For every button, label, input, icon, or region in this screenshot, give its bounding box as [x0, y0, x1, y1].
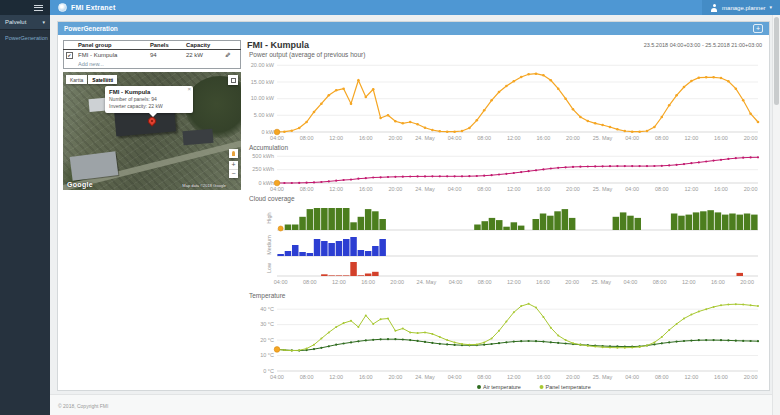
- svg-text:12:00: 12:00: [685, 186, 699, 192]
- svg-text:20:00: 20:00: [389, 186, 403, 192]
- svg-text:Panel temperature: Panel temperature: [546, 384, 591, 390]
- main-content: PowerGeneration + Panel group Panels Cap…: [50, 15, 780, 415]
- tooltip-capacity: Inverter capacity: 22 kW: [109, 103, 189, 110]
- pegman-control[interactable]: [229, 149, 238, 158]
- svg-text:250 kWh: 250 kWh: [252, 166, 274, 172]
- map-attribution: Map data ©2018 Google: [182, 183, 226, 188]
- user-menu[interactable]: manage.planner ▾: [702, 0, 780, 15]
- svg-text:12:00: 12:00: [332, 279, 346, 285]
- svg-text:12:00: 12:00: [685, 374, 699, 380]
- map-type-map-button[interactable]: Kartta: [66, 75, 87, 84]
- topbar: FMI Extranet manage.planner ▾: [0, 0, 780, 15]
- cloud-coverage-title: Cloud coverage: [249, 195, 764, 202]
- panel-expand-icon[interactable]: +: [753, 24, 763, 33]
- svg-text:20:00: 20:00: [565, 279, 579, 285]
- sidebar-item-palvelut[interactable]: Palvelut ▾: [0, 15, 50, 30]
- powergeneration-panel: PowerGeneration + Panel group Panels Cap…: [57, 21, 770, 391]
- row-checkbox[interactable]: ✔: [66, 52, 73, 59]
- add-new-link[interactable]: Add new...: [78, 61, 104, 67]
- svg-text:04:00: 04:00: [448, 186, 462, 192]
- svg-text:08:00: 08:00: [303, 279, 317, 285]
- svg-text:15.00 kW: 15.00 kW: [251, 79, 275, 85]
- navbar: FMI Extranet manage.planner ▾: [50, 0, 780, 15]
- svg-text:08:00: 08:00: [655, 135, 669, 141]
- svg-text:24. May: 24. May: [417, 279, 437, 285]
- svg-text:20:00: 20:00: [566, 186, 580, 192]
- svg-text:20:00: 20:00: [390, 279, 404, 285]
- svg-text:16:00: 16:00: [711, 279, 725, 285]
- svg-text:08:00: 08:00: [655, 186, 669, 192]
- svg-text:16:00: 16:00: [714, 186, 728, 192]
- menu-toggle-icon[interactable]: [34, 3, 43, 12]
- svg-text:12:00: 12:00: [507, 135, 521, 141]
- svg-text:12:00: 12:00: [682, 279, 696, 285]
- svg-text:16:00: 16:00: [359, 135, 373, 141]
- svg-text:04:00: 04:00: [625, 135, 639, 141]
- table-row[interactable]: ✔ FMI - Kumpula 94 22 kW ✎: [64, 50, 241, 61]
- sidebar-item-powergeneration[interactable]: PowerGeneration: [0, 30, 50, 46]
- panel-header: PowerGeneration +: [58, 22, 769, 35]
- svg-text:04:00: 04:00: [270, 374, 284, 380]
- svg-text:12:00: 12:00: [329, 186, 343, 192]
- date-range: 23.5.2018 04:00+03:00 - 25.5.2018 21:00+…: [644, 42, 762, 48]
- svg-text:12:00: 12:00: [329, 135, 343, 141]
- svg-text:08:00: 08:00: [653, 279, 667, 285]
- svg-text:20 °C: 20 °C: [260, 337, 274, 343]
- svg-text:08:00: 08:00: [477, 186, 491, 192]
- svg-text:Medium: Medium: [266, 235, 272, 255]
- tooltip-arrow: [149, 113, 157, 117]
- svg-text:08:00: 08:00: [477, 135, 491, 141]
- svg-text:16:00: 16:00: [361, 279, 375, 285]
- svg-text:30 °C: 30 °C: [260, 321, 274, 327]
- scrollbar-thumb[interactable]: [774, 17, 779, 105]
- svg-text:08:00: 08:00: [300, 374, 314, 380]
- svg-text:16:00: 16:00: [537, 186, 551, 192]
- svg-text:20.00 kW: 20.00 kW: [251, 62, 275, 68]
- svg-text:08:00: 08:00: [300, 135, 314, 141]
- svg-text:40 °C: 40 °C: [260, 306, 274, 312]
- svg-text:20:00: 20:00: [744, 374, 758, 380]
- tooltip-panels: Number of panels: 94: [109, 96, 189, 103]
- svg-text:Low: Low: [266, 263, 272, 273]
- svg-text:10 °C: 10 °C: [260, 352, 274, 358]
- svg-text:Air temperature: Air temperature: [483, 384, 521, 390]
- cell-capacity: 22 kW: [184, 50, 222, 61]
- svg-text:20:00: 20:00: [389, 374, 403, 380]
- svg-text:High: High: [266, 212, 272, 223]
- panel-title: PowerGeneration: [64, 25, 118, 32]
- col-panel-group: Panel group: [76, 41, 148, 50]
- map-marker[interactable]: [147, 116, 157, 129]
- svg-text:08:00: 08:00: [655, 374, 669, 380]
- scrollbar[interactable]: [772, 15, 780, 415]
- svg-text:04:00: 04:00: [625, 186, 639, 192]
- map[interactable]: Kartta Satelliitti + − × FMI - Kumpula: [63, 72, 241, 190]
- fullscreen-icon[interactable]: [228, 75, 238, 85]
- sidebar-header: [0, 0, 50, 15]
- svg-text:20:00: 20:00: [389, 135, 403, 141]
- panel-group-table: Panel group Panels Capacity ✔ FMI - Kump…: [63, 40, 241, 69]
- add-new-row: Add new...: [64, 60, 241, 69]
- zoom-in-button[interactable]: +: [229, 161, 238, 170]
- svg-text:20:00: 20:00: [744, 135, 758, 141]
- map-building: [182, 129, 213, 146]
- svg-text:12:00: 12:00: [507, 279, 521, 285]
- cloud-coverage-chart: HighMediumLow04:0008:0012:0016:0020:0024…: [247, 202, 764, 290]
- map-tooltip: × FMI - Kumpula Number of panels: 94 Inv…: [105, 86, 193, 113]
- col-capacity: Capacity: [184, 41, 222, 50]
- close-icon[interactable]: ×: [187, 86, 191, 92]
- svg-text:25. May: 25. May: [592, 279, 612, 285]
- copyright: © 2018, Copyright FMI: [58, 403, 108, 409]
- svg-text:12:00: 12:00: [329, 374, 343, 380]
- zoom-out-button[interactable]: −: [229, 170, 238, 178]
- footer-strip: © 2018, Copyright FMI: [50, 394, 780, 415]
- svg-text:12:00: 12:00: [507, 374, 521, 380]
- map-zoom-control: + −: [229, 161, 238, 178]
- svg-text:25. May: 25. May: [593, 135, 613, 141]
- svg-text:5.00 kW: 5.00 kW: [254, 112, 275, 118]
- edit-icon[interactable]: ✎: [223, 52, 231, 58]
- svg-text:24. May: 24. May: [415, 135, 435, 141]
- svg-text:16:00: 16:00: [537, 135, 551, 141]
- map-type-satellite-button[interactable]: Satelliitti: [88, 75, 117, 84]
- accumulation-title: Accumulation: [249, 144, 764, 151]
- svg-text:08:00: 08:00: [477, 374, 491, 380]
